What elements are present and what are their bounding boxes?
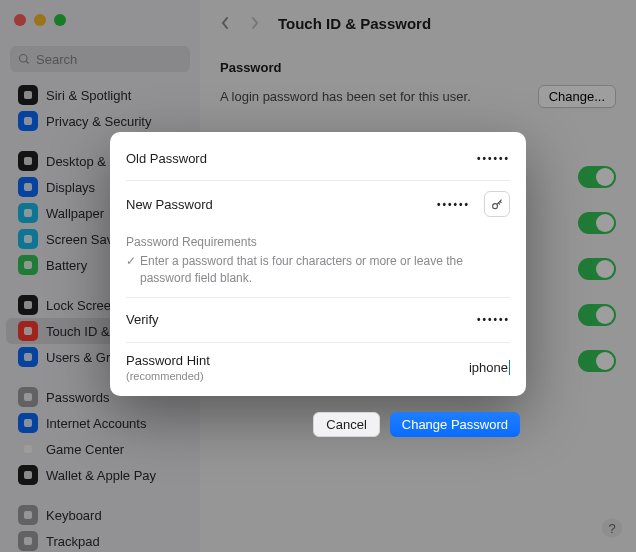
change-password-dialog: Old Password •••••• New Password •••••• … [0,0,636,552]
hint-sublabel: (recommended) [126,370,461,382]
requirements-title: Password Requirements [126,235,510,249]
verify-value: •••••• [477,314,510,325]
key-icon [491,198,504,211]
password-suggestion-button[interactable] [484,191,510,217]
cancel-button[interactable]: Cancel [313,412,379,437]
text-caret [509,360,510,375]
new-password-value: •••••• [437,199,470,210]
svg-point-19 [492,203,497,208]
password-requirements: Password Requirements ✓ Enter a password… [110,227,526,297]
confirm-change-password-button[interactable]: Change Password [390,412,520,437]
old-password-label: Old Password [126,151,469,166]
verify-label: Verify [126,312,469,327]
new-password-label: New Password [126,197,429,212]
hint-input[interactable]: iphone [469,360,508,375]
requirement-text: Enter a password that is four characters… [140,253,510,287]
verify-password-row[interactable]: Verify •••••• [110,298,526,342]
new-password-row[interactable]: New Password •••••• [110,181,526,227]
hint-label: Password Hint [126,353,461,368]
old-password-value: •••••• [477,153,510,164]
old-password-row[interactable]: Old Password •••••• [110,136,526,180]
password-hint-row[interactable]: Password Hint (recommended) iphone [110,343,526,392]
check-icon: ✓ [126,253,136,287]
